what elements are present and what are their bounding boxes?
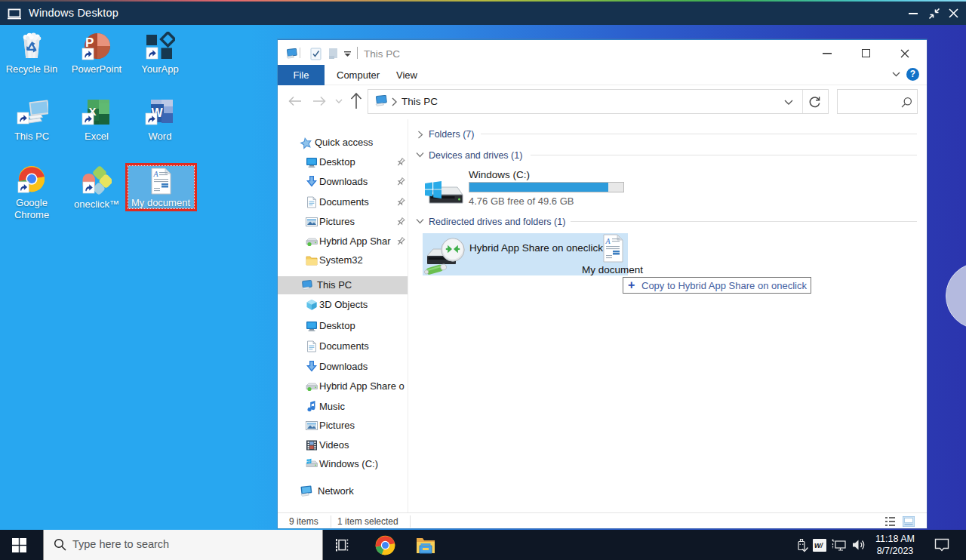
svg-text:A: A	[605, 237, 611, 245]
svg-text:A: A	[152, 170, 158, 178]
svg-text:P: P	[85, 35, 94, 50]
